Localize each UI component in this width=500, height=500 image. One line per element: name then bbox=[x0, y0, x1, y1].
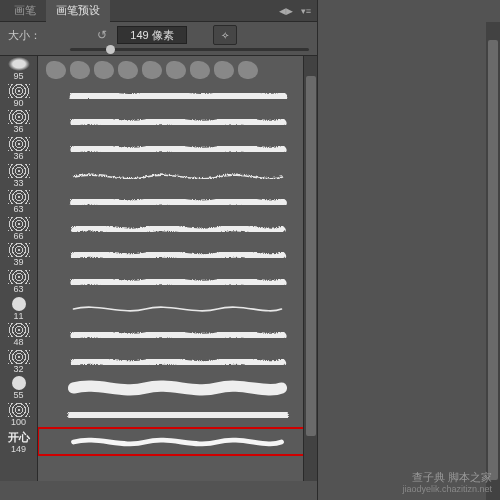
watermark-text-cn: 查子典 脚本之家 bbox=[402, 470, 492, 484]
brush-stroke-row[interactable] bbox=[38, 375, 317, 402]
brush-thumb[interactable]: 32 bbox=[0, 349, 37, 376]
brush-tip-icon bbox=[8, 270, 30, 284]
tab-bar: 画笔 画笔预设 ◀▶ ▾≡ bbox=[0, 0, 317, 22]
brush-stroke-preview bbox=[46, 327, 309, 343]
brush-thumb[interactable]: 36 bbox=[0, 136, 37, 163]
brush-tip-icon bbox=[12, 297, 26, 311]
brush-size-label: 48 bbox=[13, 338, 23, 347]
panel-outer-scrollbar[interactable] bbox=[486, 22, 500, 500]
brush-thumb[interactable]: 63 bbox=[0, 189, 37, 216]
size-input[interactable] bbox=[117, 26, 187, 44]
brush-stroke-row[interactable] bbox=[38, 109, 317, 136]
brush-dab-icon bbox=[118, 61, 138, 79]
size-slider-thumb[interactable] bbox=[106, 45, 115, 54]
brush-thumb[interactable]: 55 bbox=[0, 375, 37, 402]
size-controls: 大小： ↺ ✧ bbox=[0, 22, 317, 48]
brush-size-label: 36 bbox=[13, 152, 23, 161]
brush-stroke-row[interactable] bbox=[38, 189, 317, 216]
brush-tip-icon bbox=[8, 57, 30, 71]
brush-thumb[interactable]: 48 bbox=[0, 322, 37, 349]
watermark: 查子典 脚本之家 jiaodyelik.chazitizn.net bbox=[402, 470, 492, 496]
brush-tip-icon bbox=[8, 164, 30, 178]
brush-dab-icon bbox=[70, 61, 90, 79]
brush-tip-icon bbox=[8, 323, 30, 337]
brush-tip-icon bbox=[8, 243, 30, 257]
watermark-text-url: jiaodyelik.chazitizn.net bbox=[402, 484, 492, 496]
brush-dab-icon bbox=[94, 61, 114, 79]
brush-tip-icon bbox=[8, 217, 30, 231]
size-label: 大小： bbox=[8, 28, 41, 43]
brush-thumb[interactable]: 90 bbox=[0, 83, 37, 110]
brush-size-label: 63 bbox=[13, 205, 23, 214]
brush-dab-icon bbox=[214, 61, 234, 79]
brush-thumb[interactable]: 11 bbox=[0, 295, 37, 322]
brush-stroke-preview bbox=[46, 274, 309, 290]
brush-thumb[interactable]: 36 bbox=[0, 109, 37, 136]
brush-stroke-row[interactable] bbox=[38, 402, 317, 429]
brush-stroke-row[interactable] bbox=[38, 56, 317, 83]
outer-scrollbar-thumb[interactable] bbox=[488, 40, 498, 480]
brush-stroke-preview bbox=[46, 61, 309, 77]
brush-size-label: 63 bbox=[13, 285, 23, 294]
panel-collapse-icon[interactable]: ◀▶ bbox=[279, 6, 293, 16]
brush-size-label: 11 bbox=[13, 312, 23, 321]
brush-tip-icon bbox=[12, 376, 26, 390]
brush-stroke-preview bbox=[46, 407, 309, 423]
reset-size-icon[interactable]: ↺ bbox=[97, 28, 111, 42]
brush-thumb[interactable]: 63 bbox=[0, 269, 37, 296]
preview-scrollbar[interactable] bbox=[303, 56, 317, 481]
tab-brush[interactable]: 画笔 bbox=[4, 0, 46, 22]
brush-stroke-preview bbox=[46, 380, 309, 396]
brush-stroke-row[interactable] bbox=[38, 216, 317, 243]
brush-stroke-preview bbox=[46, 141, 309, 157]
brush-tip-icon bbox=[8, 137, 30, 151]
brush-dab-icon bbox=[46, 61, 66, 79]
brush-stroke-preview-column bbox=[38, 56, 317, 481]
brush-size-label: 33 bbox=[13, 179, 23, 188]
brush-tip-icon: 开心 bbox=[8, 430, 30, 444]
brush-stroke-row[interactable] bbox=[38, 242, 317, 269]
brush-stroke-preview bbox=[46, 88, 309, 104]
brush-stroke-preview bbox=[46, 221, 309, 237]
brush-size-label: 32 bbox=[13, 365, 23, 374]
brush-dab-icon bbox=[238, 61, 258, 79]
brush-list-area: 95903636336366396311483255100开心149 bbox=[0, 55, 317, 481]
brush-size-label: 55 bbox=[13, 391, 23, 400]
brush-stroke-row[interactable] bbox=[38, 83, 317, 110]
brush-thumb[interactable]: 开心149 bbox=[0, 428, 37, 455]
brush-thumb[interactable]: 95 bbox=[0, 56, 37, 83]
brush-tip-icon bbox=[8, 84, 30, 98]
brush-dab-icon bbox=[166, 61, 186, 79]
brush-dab-icon bbox=[142, 61, 162, 79]
tab-brush-presets[interactable]: 画笔预设 bbox=[46, 0, 110, 22]
brush-dab-icon bbox=[190, 61, 210, 79]
brush-size-label: 100 bbox=[11, 418, 26, 427]
brush-tip-icon bbox=[8, 403, 30, 417]
brush-tip-icon bbox=[8, 350, 30, 364]
brush-stroke-row[interactable] bbox=[38, 269, 317, 296]
brush-stroke-preview bbox=[46, 354, 309, 370]
brush-thumb[interactable]: 66 bbox=[0, 216, 37, 243]
brush-tip-icon bbox=[8, 190, 30, 204]
brush-stroke-row[interactable] bbox=[38, 349, 317, 376]
brush-thumb[interactable]: 39 bbox=[0, 242, 37, 269]
panel-menu-icon[interactable]: ▾≡ bbox=[301, 6, 311, 16]
scrollbar-thumb[interactable] bbox=[306, 76, 316, 436]
brush-stroke-row[interactable] bbox=[38, 295, 317, 322]
brush-stroke-preview bbox=[46, 168, 309, 184]
brush-size-label: 149 bbox=[11, 445, 26, 454]
brush-stroke-row[interactable] bbox=[38, 162, 317, 189]
brush-stroke-preview bbox=[46, 301, 309, 317]
brush-thumb[interactable]: 100 bbox=[0, 402, 37, 429]
brush-size-label: 95 bbox=[13, 72, 23, 81]
brush-stroke-preview bbox=[46, 114, 309, 130]
brush-stroke-row[interactable] bbox=[38, 428, 317, 455]
preview-toggle-button[interactable]: ✧ bbox=[213, 25, 237, 45]
brush-stroke-row[interactable] bbox=[38, 136, 317, 163]
brush-stroke-preview bbox=[46, 434, 309, 450]
size-slider[interactable] bbox=[70, 48, 309, 51]
brush-size-label: 36 bbox=[13, 125, 23, 134]
brush-size-label: 66 bbox=[13, 232, 23, 241]
brush-thumb[interactable]: 33 bbox=[0, 162, 37, 189]
brush-stroke-row[interactable] bbox=[38, 322, 317, 349]
